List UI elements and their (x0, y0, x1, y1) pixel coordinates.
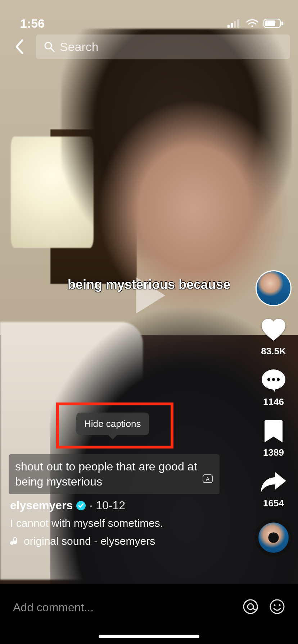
bookmark-button[interactable]: 1389 (260, 418, 287, 458)
sound-name: original sound - elysemyers (24, 535, 155, 547)
search-placeholder: Search (60, 40, 99, 54)
video-meta: elysemyers · 10-12 I cannot with myself … (10, 499, 244, 547)
cell-signal-icon (227, 19, 241, 28)
svg-point-15 (272, 378, 275, 381)
video-background[interactable] (0, 0, 298, 644)
post-date: · 10-12 (89, 499, 125, 512)
caption-panel[interactable]: shout out to people that are good at bei… (9, 454, 220, 494)
svg-rect-6 (265, 20, 275, 26)
svg-point-17 (244, 600, 257, 613)
svg-point-18 (248, 604, 253, 610)
comment-button[interactable]: 1146 (260, 367, 287, 408)
like-count: 83.5K (261, 346, 286, 357)
chevron-left-icon (14, 39, 24, 55)
music-note-icon (10, 536, 19, 547)
comment-count: 1146 (263, 396, 284, 408)
heart-icon (260, 316, 287, 344)
svg-point-14 (267, 378, 270, 381)
battery-icon (263, 19, 284, 28)
svg-rect-3 (237, 19, 239, 28)
video-description: I cannot with myself sometimes. (10, 517, 244, 529)
verified-badge-icon (76, 501, 86, 510)
svg-point-4 (252, 26, 253, 27)
comment-icon (260, 367, 287, 394)
hide-captions-button[interactable]: Hide captions (76, 413, 149, 435)
back-button[interactable] (9, 37, 30, 57)
svg-point-16 (277, 378, 280, 381)
svg-text:A: A (206, 476, 209, 482)
svg-point-20 (274, 604, 276, 606)
emoji-icon[interactable] (269, 599, 285, 616)
inline-caption: being mysterious because (68, 277, 230, 292)
share-icon (260, 468, 287, 496)
sound-row[interactable]: original sound - elysemyers (10, 535, 244, 547)
svg-rect-7 (281, 22, 283, 25)
svg-line-9 (51, 49, 54, 51)
bookmark-icon (260, 418, 287, 445)
share-button[interactable]: 1654 (260, 468, 287, 509)
share-count: 1654 (263, 498, 284, 509)
author-row[interactable]: elysemyers · 10-12 (10, 499, 244, 512)
author-avatar[interactable] (256, 270, 292, 306)
svg-rect-1 (231, 23, 233, 28)
author-username: elysemyers (10, 499, 73, 512)
mention-icon[interactable] (243, 599, 258, 616)
caption-text: shout out to people that are good at bei… (15, 459, 199, 489)
like-button[interactable]: 83.5K (260, 316, 287, 357)
bookmark-count: 1389 (263, 447, 284, 458)
home-indicator (99, 635, 199, 638)
search-icon (44, 41, 55, 52)
svg-rect-2 (234, 21, 236, 28)
svg-rect-0 (227, 25, 230, 28)
svg-point-19 (270, 600, 284, 613)
sound-disc[interactable] (255, 519, 292, 556)
svg-point-8 (45, 42, 51, 49)
svg-point-21 (279, 604, 281, 606)
action-rail: 83.5K 1146 1389 1654 (255, 270, 292, 556)
status-time: 1:56 (20, 17, 45, 31)
caption-language-icon[interactable]: A (202, 473, 213, 488)
wifi-icon (246, 19, 258, 28)
comment-input[interactable]: Add comment... (13, 601, 235, 614)
status-bar: 1:56 (0, 0, 298, 40)
